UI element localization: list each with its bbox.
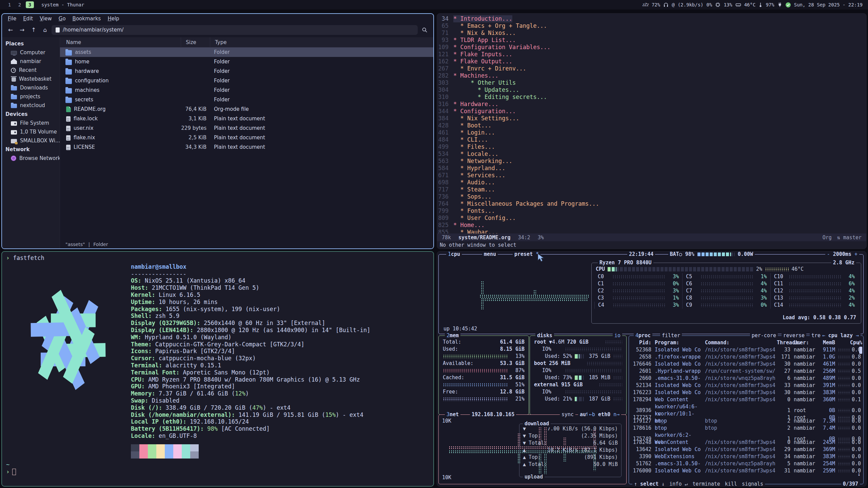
update-interval[interactable]: - 2000ms + (825, 251, 859, 258)
menu-item[interactable]: File (5, 15, 19, 22)
sidebar-item[interactable]: Places (2, 39, 60, 48)
process-user: nambiar (790, 467, 817, 474)
terminal-window[interactable]: › fastfetch nambiar@smallbox (1, 251, 434, 487)
sidebar-item[interactable]: Computer (2, 48, 60, 57)
file-row[interactable]: flake.nix 2,5 KiB Plain text document (60, 133, 433, 142)
sidebar-item[interactable]: Wastebasket (2, 75, 60, 83)
kill-action[interactable]: kill (725, 481, 737, 487)
process-row[interactable]: 38936 kworker/u64:6-kc 1 root 0B 0.0 (629, 403, 863, 410)
process-row[interactable]: 52134 Isolated Web Co /nix/store/sm8fmrf… (629, 382, 863, 389)
home-button[interactable]: ⌂ (40, 25, 50, 35)
forward-button[interactable]: → (17, 25, 27, 35)
sidebar-item[interactable]: Browse Network (2, 154, 60, 163)
sidebar-item[interactable]: Downloads (2, 83, 60, 92)
menu-item[interactable]: Go (56, 15, 69, 22)
signals-action[interactable]: signals (742, 481, 763, 487)
file-row[interactable]: configuration Folder (60, 76, 433, 85)
palette-swatch (173, 451, 182, 459)
menu-item[interactable]: Bookmarks (70, 15, 104, 22)
file-row[interactable]: hardware Folder (60, 66, 433, 76)
net-sync-button[interactable]: sync (560, 411, 575, 418)
proc-scroll-up[interactable]: ↑ (857, 340, 861, 347)
preset-button[interactable]: preset * (513, 251, 540, 258)
org-buffer[interactable]: 34 * Introduction... 65 * Emacs + Org + … (437, 15, 866, 233)
column-name[interactable]: Name (60, 37, 181, 47)
process-row[interactable]: 176223 Isolated Web Co /nix/store/sm8fmr… (629, 389, 863, 396)
process-row[interactable]: 2658 .firefox-wrappe /nix/store/sm8fmrf3… (629, 353, 863, 361)
process-row[interactable]: 51762 .emacs-31.0.50- /nix/store/wnqz5pa… (629, 460, 863, 467)
process-row[interactable]: 179127 btop btop 2 nambiar 7.3M 0.0 (629, 418, 863, 425)
status-check-icon[interactable] (785, 2, 791, 8)
file-row[interactable]: user.nix 229 bytes Plain text document (60, 123, 433, 133)
up-button[interactable]: ↑ (28, 25, 39, 35)
process-row[interactable]: 52368 Isolated Web Co /nix/store/sm8fmrf… (629, 346, 863, 353)
net-tab[interactable]: 3net (445, 411, 460, 418)
process-row[interactable]: 13642 Isolated Web Co /nix/store/sm8fmrf… (629, 446, 863, 453)
sidebar-item[interactable]: 1,0 TB Volume (2, 127, 60, 136)
headphones-icon[interactable] (663, 2, 669, 7)
disks-tab[interactable]: disks (535, 332, 554, 339)
process-row[interactable]: 176000 Isolated Web Co /nix/store/sm8fmr… (629, 467, 863, 474)
file-row[interactable]: assets Folder (60, 47, 433, 57)
path-bar[interactable]: /home/nambiar/system/ (52, 25, 418, 35)
process-row[interactable]: 178616 btop btop 2 nambiar 7.4M 0.0 (629, 425, 863, 432)
column-type[interactable]: Type (210, 37, 433, 47)
terminate-action[interactable]: terminate (693, 481, 720, 487)
info-accent: 12% (235, 390, 245, 397)
file-row[interactable]: home Folder (60, 57, 433, 66)
network-icon[interactable]: @ (672, 2, 674, 7)
sidebar-item[interactable]: Devices (2, 110, 60, 119)
select-action[interactable]: ↑ select ↓ (634, 481, 665, 487)
menu-item[interactable]: Edit (20, 15, 36, 22)
back-button[interactable]: ← (5, 25, 16, 35)
menu-button[interactable]: menu (482, 251, 498, 258)
filter-button[interactable]: filter (660, 332, 682, 339)
sidebar-item[interactable]: nambiar (2, 57, 60, 66)
process-row[interactable]: 2601 .Hyprland-wrapp /run/current-system… (629, 368, 863, 375)
sidebar-item[interactable]: Recent (2, 66, 60, 75)
io-mode-button[interactable]: io (613, 332, 622, 339)
line-number: 304 (437, 86, 453, 94)
core-pct: 6% (843, 280, 855, 287)
column-size[interactable]: Size (181, 37, 210, 47)
process-row[interactable]: 178294 Web Content /nix/store/sm8fmrf3wp… (629, 396, 863, 403)
core-pct: 1% (667, 294, 679, 302)
sidebar-item[interactable]: File System (2, 119, 60, 127)
file-row[interactable]: flake.lock 3,1 KiB Plain text document (60, 114, 433, 123)
file-row[interactable]: machines Folder (60, 85, 433, 95)
sort-selector[interactable]: ← cpu lazy → (821, 332, 861, 339)
cpu-tab[interactable]: 1cpu (446, 251, 462, 258)
workspace-button[interactable]: 3 (26, 1, 34, 8)
proc-scroll-down[interactable]: ↓ (857, 471, 861, 478)
sidebar-item[interactable]: nextcloud (2, 101, 60, 110)
reverse-button[interactable]: reverse (782, 332, 806, 339)
per-core-button[interactable]: per-core (750, 332, 778, 339)
proc-tab[interactable]: 4proc (634, 332, 652, 339)
net-iface-switcher[interactable]: ←b eth0 n→ (587, 411, 621, 418)
core-pct: 3% (667, 273, 679, 280)
shell-prompt-empty[interactable]: › (6, 468, 429, 475)
file-row[interactable]: README.org 76,4 KiB Org-mode file (60, 104, 433, 114)
file-row[interactable]: secrets Folder (60, 95, 433, 104)
proc-header-row[interactable]: Pid: Program: Command: Threads: User: Me… (629, 339, 863, 346)
sidebar-item[interactable]: projects (2, 92, 60, 101)
menu-item[interactable]: Help (104, 15, 122, 22)
process-row[interactable]: 3390 WebExtensions /nix/store/sm8fmrf3wp… (629, 453, 863, 460)
process-row[interactable]: 176646 Isolated Web Co /nix/store/sm8fmr… (629, 361, 863, 368)
search-button[interactable] (419, 25, 430, 35)
major-mode: Org (823, 235, 832, 241)
menu-item[interactable]: View (37, 15, 55, 22)
idle-inhibit-icon[interactable]: zZz (642, 2, 649, 7)
process-row[interactable]: 178248 Web Content /nix/store/sm8fmrf3wp… (629, 439, 863, 446)
mem-tab[interactable]: 2mem (445, 332, 460, 339)
proc-scrollbar-thumb[interactable] (859, 347, 862, 354)
workspace-button[interactable]: 1 (5, 1, 14, 8)
sidebar-item[interactable]: SMALLBOX Wi... (2, 136, 60, 145)
process-row[interactable]: 2660 .emacs-31.0.50- /nix/store/wnqz5pa8… (629, 375, 863, 382)
workspace-button[interactable]: 2 (16, 1, 24, 8)
info-action[interactable]: info ↵ (669, 481, 688, 487)
process-command: /nix/store/sm8fmrf3wps4 (702, 389, 777, 396)
process-row[interactable]: 175749 kworker/6:2-even 1 root 0B 0.0 (629, 432, 863, 439)
sidebar-item[interactable]: Network (2, 145, 60, 154)
file-row[interactable]: LICENSE 34,3 KiB Plain text document (60, 142, 433, 152)
